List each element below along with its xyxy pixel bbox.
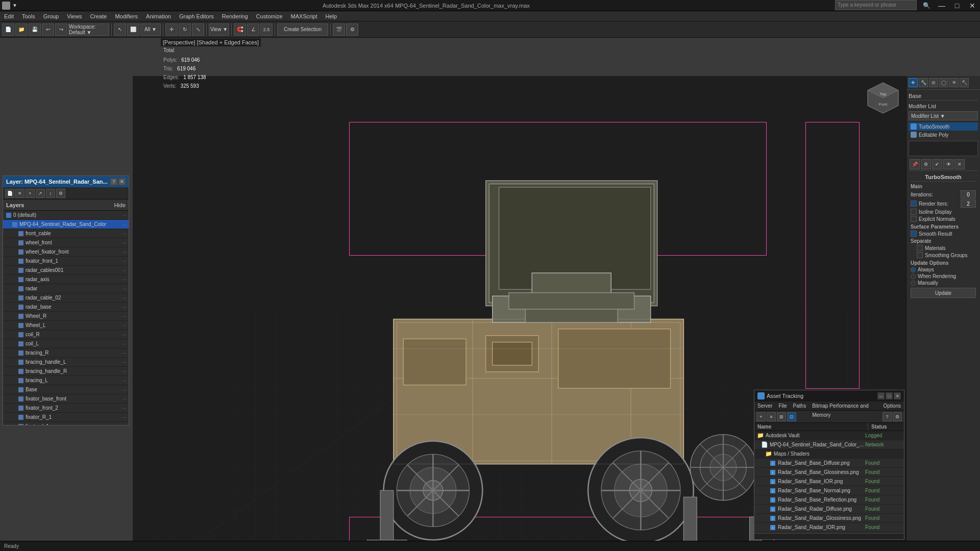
layer-item[interactable]: bracing_R···	[3, 348, 129, 358]
undo-button[interactable]: ↩	[42, 23, 54, 36]
layer-item[interactable]: bracing_L···	[3, 376, 129, 385]
ts-always-radio[interactable]	[911, 267, 916, 272]
at-list-item[interactable]: iRadar_Sand_Base_Reflection.pngFound	[754, 495, 904, 505]
layer-settings-button[interactable]: ⚙	[56, 189, 65, 198]
ts-smooth-result-checkbox[interactable]	[911, 231, 917, 237]
maximize-button[interactable]: □	[949, 0, 965, 11]
select-filter-dropdown[interactable]: All ▼	[140, 23, 161, 36]
at-menu-bitmap-perf[interactable]: Bitmap Performance and Memory	[809, 402, 880, 411]
layers-close-button[interactable]: ✕	[118, 178, 126, 185]
layer-item[interactable]: radar_axis···	[3, 275, 129, 284]
at-list-item[interactable]: iRadar_Sand_Radar_IOR.pngFound	[754, 523, 904, 532]
menu-group[interactable]: Group	[39, 11, 63, 21]
menu-animation[interactable]: Animation	[142, 11, 175, 21]
menu-views[interactable]: Views	[63, 11, 86, 21]
layer-item[interactable]: Base···	[3, 385, 129, 394]
layers-hide-button[interactable]: 7	[110, 178, 117, 185]
at-menu-server[interactable]: Server	[754, 402, 775, 411]
layer-item[interactable]: radar_cables001···	[3, 266, 129, 275]
select-button[interactable]: ↖	[114, 23, 126, 36]
at-list-item[interactable]: 📁Maps / Shaders	[754, 449, 904, 459]
at-list-item[interactable]: iRadar_Sand_Base_Glossiness.pngFound	[754, 468, 904, 477]
at-menu-paths[interactable]: Paths	[790, 402, 810, 411]
display-icon[interactable]: 👁	[949, 78, 959, 87]
layer-item[interactable]: Wheel_L···	[3, 321, 129, 330]
ts-materials-checkbox[interactable]	[917, 245, 923, 251]
at-help-button[interactable]: ?	[883, 412, 892, 421]
at-minimize-button[interactable]: —	[877, 392, 885, 399]
search-icon[interactable]: 🔍	[919, 0, 934, 11]
at-list-item[interactable]: iRadar_Sand_Base_Diffuse.pngFound	[754, 459, 904, 468]
layer-item[interactable]: radar_cable_02···	[3, 293, 129, 303]
layer-item[interactable]: wheel_front···	[3, 238, 129, 247]
modifier-turbosmooth[interactable]: TurboSmooth	[909, 122, 978, 131]
layer-select-button[interactable]: ↗	[36, 189, 45, 198]
at-list-item[interactable]: iRadar_Sand_Base_IOR.pngFound	[754, 477, 904, 486]
modifier-editable-poly[interactable]: Editable Poly	[909, 131, 978, 139]
layer-item[interactable]: bracing_handle_R···	[3, 367, 129, 376]
layers-titlebar[interactable]: Layer: MPQ-64_Sentinel_Radar_San... 7 ✕	[3, 176, 129, 187]
ts-smoothing-checkbox[interactable]	[917, 252, 923, 258]
at-list-view-button[interactable]: ≡	[767, 412, 776, 421]
at-refresh-button[interactable]: ⊡	[787, 412, 796, 421]
menu-maxscript[interactable]: MAXScript	[287, 11, 322, 21]
layer-item[interactable]: radar···	[3, 284, 129, 293]
ts-manually-radio[interactable]	[911, 281, 916, 286]
scale-button[interactable]: ⤡	[192, 23, 204, 36]
layer-item[interactable]: fixator_l_1···	[3, 422, 129, 425]
layer-item[interactable]: bracing_handle_L···	[3, 358, 129, 367]
view-cube-area[interactable]: Top Front	[865, 80, 901, 116]
layer-item[interactable]: fixator_front_2···	[3, 404, 129, 413]
mod-pin-button[interactable]: 📌	[910, 159, 920, 169]
layer-item[interactable]: coil_R···	[3, 330, 129, 339]
at-horizontal-scrollbar[interactable]	[754, 533, 904, 539]
menu-customize[interactable]: Customize	[252, 11, 287, 21]
at-list-item[interactable]: iRadar_Sand_Base_Normal.pngFound	[754, 486, 904, 495]
ts-render-iters-input[interactable]	[961, 199, 976, 208]
ts-iterations-input[interactable]	[961, 190, 976, 198]
layer-item[interactable]: radar_base···	[3, 303, 129, 312]
at-asset-list[interactable]: 📁Autodesk VaultLogged📄MPQ-64_Sentinel_Ra…	[754, 431, 904, 533]
workspace-dropdown[interactable]: Workspace: Default ▼	[68, 23, 109, 36]
modify-panel-icon[interactable]: 🔧	[919, 78, 928, 87]
search-box[interactable]: Type a keyword or phrase	[835, 0, 917, 10]
ts-explicit-checkbox[interactable]	[911, 216, 917, 222]
layer-add-button[interactable]: +	[26, 189, 35, 198]
at-list-item[interactable]: 📄MPQ-64_Sentinel_Radar_Sand_Color_max_vr…	[754, 440, 904, 449]
at-settings-button[interactable]: ⚙	[893, 412, 902, 421]
hierarchy-icon[interactable]: ⊞	[929, 78, 938, 87]
motion-icon[interactable]: ◯	[939, 78, 948, 87]
save-file-button[interactable]: 💾	[29, 23, 41, 36]
ts-render-iters-checkbox[interactable]	[911, 201, 917, 207]
layer-new-button[interactable]: 📄	[5, 189, 14, 198]
layer-item[interactable]: wheel_fixator_front···	[3, 247, 129, 257]
move-button[interactable]: ✛	[165, 23, 178, 36]
render-button[interactable]: 🎬	[333, 23, 345, 36]
at-list-item[interactable]: iRadar_Sand_Radar_Glossiness.pngFound	[754, 514, 904, 523]
layer-item[interactable]: coil_L···	[3, 339, 129, 348]
at-menu-file[interactable]: File	[775, 402, 790, 411]
menu-modifiers[interactable]: Modifiers	[111, 11, 142, 21]
mod-active-button[interactable]: ✔	[932, 159, 942, 169]
at-add-button[interactable]: +	[756, 412, 766, 421]
at-menu-options[interactable]: Options	[880, 402, 904, 411]
modifier-dropdown[interactable]: Modifier List ▼	[909, 111, 978, 120]
new-scene-button[interactable]: 📄	[2, 23, 14, 36]
mod-show-button[interactable]: 👁	[943, 159, 953, 169]
layer-item[interactable]: Wheel_R···	[3, 312, 129, 321]
mod-configure-button[interactable]: ⚙	[921, 159, 931, 169]
layers-list[interactable]: 0 (default)···MPQ-64_Sentinel_Radar_Sand…	[3, 211, 129, 425]
at-close-button[interactable]: ✕	[894, 392, 901, 399]
ts-update-button[interactable]: Update	[911, 288, 976, 298]
layer-item[interactable]: MPQ-64_Sentinel_Radar_Sand_Color···	[3, 220, 129, 229]
mod-delete-button[interactable]: ✕	[954, 159, 965, 169]
menu-edit[interactable]: Edit	[0, 11, 18, 21]
layer-item[interactable]: fixator_R_1···	[3, 413, 129, 422]
percent-snap[interactable]: 2.5	[260, 23, 273, 36]
ts-isoline-checkbox[interactable]	[911, 209, 917, 215]
layer-item[interactable]: front_cable···	[3, 229, 129, 238]
layer-item[interactable]: fixator_front_1···	[3, 257, 129, 266]
menu-create[interactable]: Create	[86, 11, 111, 21]
menu-help[interactable]: Help	[322, 11, 341, 21]
menu-tools[interactable]: Tools	[18, 11, 39, 21]
